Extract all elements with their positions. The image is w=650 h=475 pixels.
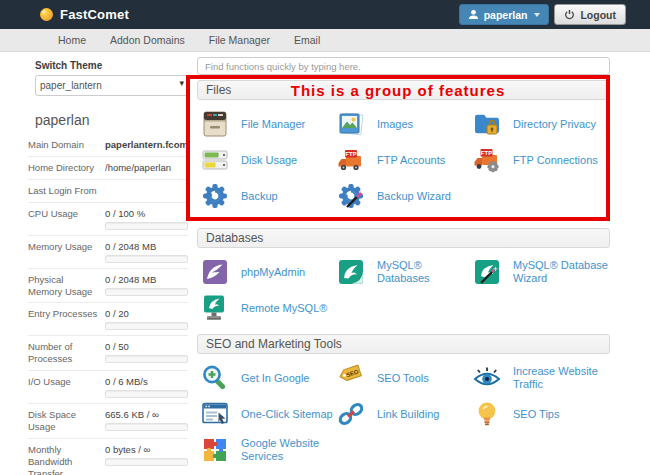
feature-label: Remote MySQL® xyxy=(241,302,327,315)
nav-item-home[interactable]: Home xyxy=(58,34,86,46)
section-header-files: Files xyxy=(197,80,610,100)
stat-progress-bar xyxy=(105,423,188,431)
power-icon xyxy=(564,9,575,20)
feature-label: Directory Privacy xyxy=(513,118,596,131)
feature-google-website-services[interactable]: Google Website Services xyxy=(199,434,335,466)
stat-progress-bar xyxy=(105,458,188,466)
main-content: FilesFile ManagerImagesDirectory Privacy… xyxy=(197,53,610,475)
disk-usage-icon xyxy=(199,145,231,175)
section-body: Get In GoogleSEOSEO ToolsIncrease Websit… xyxy=(197,354,610,472)
theme-select[interactable]: paper_lantern xyxy=(35,75,190,96)
remote-mysql-icon xyxy=(199,293,231,323)
ftp-connections-icon: FTP xyxy=(471,145,503,175)
stat-label: Entry Processes xyxy=(28,308,105,330)
seo-tips-icon xyxy=(471,399,503,429)
sidebar: Switch Theme paper_lantern paperlan Main… xyxy=(0,53,197,475)
feature-label: MySQL® Databases xyxy=(377,259,471,284)
feature-disk-usage[interactable]: Disk Usage xyxy=(199,144,335,176)
stat-progress-bar xyxy=(105,390,188,398)
brand-name: FastComet xyxy=(60,7,129,22)
feature-remote-mysql[interactable]: Remote MySQL® xyxy=(199,292,335,324)
svg-text:FTP: FTP xyxy=(481,150,492,156)
feature-mysql-database-wizard[interactable]: MySQL® Database Wizard xyxy=(471,256,610,288)
stat-value: 0 / 2048 MB xyxy=(105,241,188,252)
file-manager-icon xyxy=(199,109,231,139)
mysql-databases-icon xyxy=(335,257,367,287)
google-website-services-icon xyxy=(199,435,231,465)
feature-link-building[interactable]: Link Building xyxy=(335,398,471,430)
stat-label: Number of Processes xyxy=(28,341,105,365)
stat-value: 0 / 6 MB/s xyxy=(105,376,188,387)
stat-row-physical-memory-usage: Physical Memory Usage0 / 2048 MB xyxy=(28,269,188,304)
stat-progress-bar xyxy=(105,222,188,230)
seo-tools-icon: SEO xyxy=(335,363,367,393)
feature-seo-tools[interactable]: SEOSEO Tools xyxy=(335,362,471,394)
user-menu-button[interactable]: paperlan xyxy=(459,4,550,25)
section-seo-and-marketing-tools: SEO and Marketing ToolsGet In GoogleSEOS… xyxy=(197,334,610,472)
feature-label: FTP Connections xyxy=(513,154,598,167)
feature-label: Increase Website Traffic xyxy=(513,365,610,390)
feature-label: phpMyAdmin xyxy=(241,266,305,279)
stat-label: Last Login From xyxy=(28,185,105,197)
stat-value: /home/paperlan xyxy=(105,162,188,173)
section-title: Databases xyxy=(206,231,263,245)
feature-directory-privacy[interactable]: Directory Privacy xyxy=(471,108,610,140)
account-name: paperlan xyxy=(35,112,189,128)
feature-one-click-sitemap[interactable]: One-Click Sitemap xyxy=(199,398,335,430)
nav-item-file-manager[interactable]: File Manager xyxy=(209,34,270,46)
logout-label: Logout xyxy=(580,9,616,21)
directory-privacy-icon xyxy=(471,109,503,139)
brand-logo: FastComet xyxy=(40,7,129,22)
feature-label: One-Click Sitemap xyxy=(241,408,333,421)
section-files: FilesFile ManagerImagesDirectory Privacy… xyxy=(197,80,610,218)
stat-value: paperlantern.fcom… xyxy=(105,139,188,150)
svg-text:FTP: FTP xyxy=(345,151,356,157)
feature-backup[interactable]: Backup xyxy=(199,180,335,212)
feature-label: Backup Wizard xyxy=(377,190,451,203)
section-header-seo-and-marketing-tools: SEO and Marketing Tools xyxy=(197,334,610,354)
feature-seo-tips[interactable]: SEO Tips xyxy=(471,398,610,430)
stat-row-cpu-usage: CPU Usage0 / 100 % xyxy=(28,203,188,236)
backup-icon xyxy=(199,181,231,211)
feature-label: Disk Usage xyxy=(241,154,297,167)
feature-ftp-connections[interactable]: FTPFTP Connections xyxy=(471,144,610,176)
stat-label: Memory Usage xyxy=(28,241,105,263)
stat-row-main-domain: Main Domainpaperlantern.fcom… xyxy=(28,134,188,157)
stat-progress-bar xyxy=(105,255,188,263)
switch-theme-label: Switch Theme xyxy=(35,60,189,71)
feature-label: Google Website Services xyxy=(241,437,335,462)
feature-phpmyadmin[interactable]: phpMyAdmin xyxy=(199,256,335,288)
feature-backup-wizard[interactable]: Backup Wizard xyxy=(335,180,471,212)
ftp-accounts-icon: FTP xyxy=(335,145,367,175)
one-click-sitemap-icon xyxy=(199,399,231,429)
stat-label: Disk Space Usage xyxy=(28,409,105,433)
feature-label: Get In Google xyxy=(241,372,310,385)
stat-row-entry-processes: Entry Processes0 / 20 xyxy=(28,303,188,336)
stat-value: 0 / 50 xyxy=(105,341,188,352)
phpmyadmin-icon xyxy=(199,257,231,287)
user-icon xyxy=(468,9,479,20)
nav-item-email[interactable]: Email xyxy=(294,34,320,46)
feature-label: FTP Accounts xyxy=(377,154,445,167)
comet-icon xyxy=(40,8,53,21)
logout-button[interactable]: Logout xyxy=(554,4,626,25)
feature-images[interactable]: Images xyxy=(335,108,471,140)
stats-list: Main Domainpaperlantern.fcom…Home Direct… xyxy=(28,134,188,475)
section-title: SEO and Marketing Tools xyxy=(206,337,342,351)
feature-increase-website-traffic[interactable]: Increase Website Traffic xyxy=(471,362,610,394)
feature-file-manager[interactable]: File Manager xyxy=(199,108,335,140)
stat-value: 0 bytes / ∞ xyxy=(105,444,188,455)
feature-mysql-databases[interactable]: MySQL® Databases xyxy=(335,256,471,288)
feature-get-in-google[interactable]: Get In Google xyxy=(199,362,335,394)
stat-row-monthly-bandwidth-transfer: Monthly Bandwidth Transfer0 bytes / ∞ xyxy=(28,439,188,475)
stat-row-last-login-from: Last Login From xyxy=(28,180,188,203)
search-input[interactable] xyxy=(197,57,610,75)
chevron-down-icon xyxy=(534,13,540,17)
user-menu-label: paperlan xyxy=(484,9,528,21)
stat-progress-bar xyxy=(105,322,188,330)
increase-website-traffic-icon xyxy=(471,363,503,393)
stat-value: 665.6 KB / ∞ xyxy=(105,409,188,420)
nav-menu: HomeAddon DomainsFile ManagerEmail xyxy=(0,29,650,52)
feature-ftp-accounts[interactable]: FTPFTP Accounts xyxy=(335,144,471,176)
nav-item-addon-domains[interactable]: Addon Domains xyxy=(110,34,185,46)
